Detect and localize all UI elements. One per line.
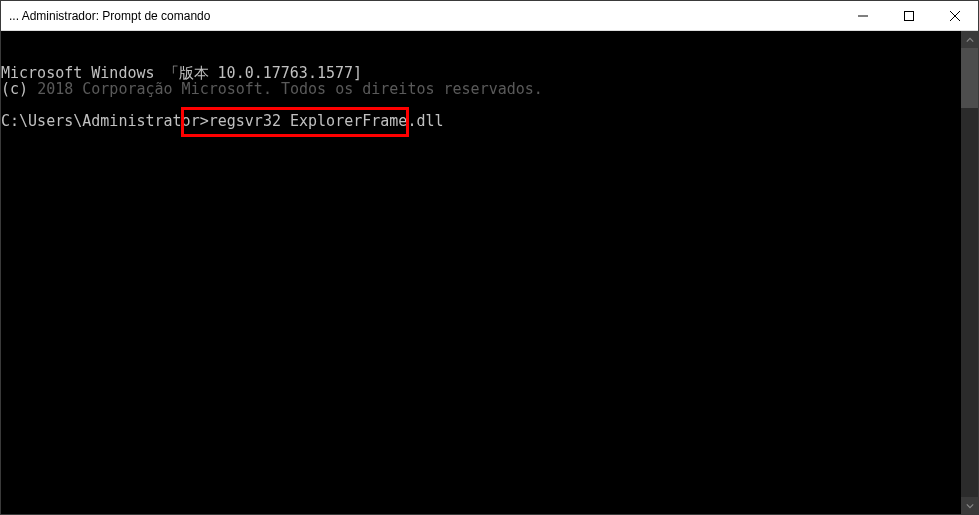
scrollbar-thumb[interactable] xyxy=(961,48,978,108)
typed-command: regsvr32 ExplorerFrame.dll xyxy=(209,112,444,130)
window-controls xyxy=(840,1,978,30)
chevron-up-icon xyxy=(966,36,974,44)
scroll-up-button[interactable] xyxy=(961,31,978,48)
console-prompt-line: C:\Users\Administrator>regsvr32 Explorer… xyxy=(1,113,961,129)
maximize-button[interactable] xyxy=(886,1,932,30)
maximize-icon xyxy=(904,11,914,21)
minimize-icon xyxy=(858,11,868,21)
window-title: ... Administrador: Prompt de comando xyxy=(9,9,210,23)
copyright-text: 2018 Corporação Microsoft. Todos os dire… xyxy=(37,80,543,98)
copyright-symbol: (c) xyxy=(1,80,37,98)
console-area[interactable]: Microsoft Windows 「版本 10.0.17763.1577](c… xyxy=(1,31,961,514)
command-prompt-window: ... Administrador: Prompt de comando Mic… xyxy=(0,0,979,515)
console-version-line: Microsoft Windows 「版本 10.0.17763.1577] xyxy=(1,65,961,81)
prompt-path: C:\Users\Administrator> xyxy=(1,112,209,130)
close-button[interactable] xyxy=(932,1,978,30)
scroll-down-button[interactable] xyxy=(961,497,978,514)
vertical-scrollbar[interactable] xyxy=(961,31,978,514)
minimize-button[interactable] xyxy=(840,1,886,30)
close-icon xyxy=(950,11,960,21)
console-wrapper: Microsoft Windows 「版本 10.0.17763.1577](c… xyxy=(1,31,978,514)
titlebar[interactable]: ... Administrador: Prompt de comando xyxy=(1,1,978,31)
chevron-down-icon xyxy=(966,502,974,510)
svg-rect-1 xyxy=(905,11,914,20)
console-copyright-line: (c) 2018 Corporação Microsoft. Todos os … xyxy=(1,81,961,97)
